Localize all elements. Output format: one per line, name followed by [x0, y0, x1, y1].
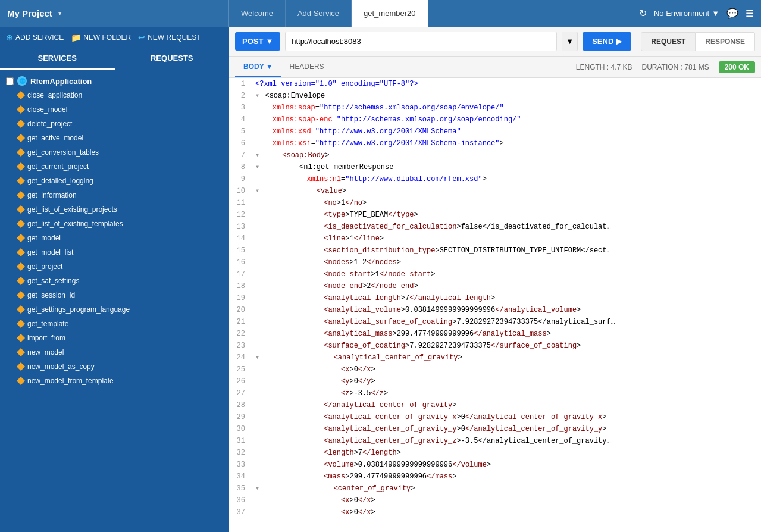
project-name: My Project	[7, 8, 52, 18]
tab-response[interactable]: RESPONSE	[696, 32, 755, 51]
code-line-1: 1<?xml version="1.0" encoding="UTF-8"?>	[229, 78, 761, 90]
line-number: 36	[229, 495, 250, 506]
code-line-12: 12 <type>TYPE_BEAM</type>	[229, 209, 761, 221]
sidebar-item-get_settings_program_language[interactable]: get_settings_program_language	[6, 302, 223, 317]
service-item-label: get_list_of_existing_templates	[27, 220, 123, 228]
diamond-icon	[17, 320, 25, 328]
code-line-34: 34 <mass>299.47749999999996</mass>	[229, 471, 761, 483]
sidebar-item-import_from[interactable]: import_from	[6, 331, 223, 345]
new-folder-button[interactable]: 📁 NEW FOLDER	[71, 33, 131, 42]
method-button[interactable]: POST ▼	[235, 32, 280, 51]
service-item-label: get_template	[27, 320, 68, 328]
line-content: <node_start>1</node_start>	[255, 268, 447, 280]
sidebar-item-get_current_project[interactable]: get_current_project	[6, 159, 223, 174]
collapse-arrow[interactable]: ▾	[255, 151, 264, 159]
line-number: 21	[229, 316, 250, 328]
new-request-button[interactable]: ↩ NEW REQUEST	[138, 33, 201, 42]
add-service-button[interactable]: ⊕ ADD SERVICE	[6, 33, 64, 42]
line-content: ▾ <analytical_center_of_gravity>	[255, 352, 474, 364]
line-content: ▾ <soap:Envelope	[255, 90, 337, 102]
diamond-icon	[17, 248, 25, 256]
sidebar-item-new_model_from_template[interactable]: new_model_from_template	[6, 374, 223, 388]
service-item-label: get_session_id	[27, 291, 75, 299]
environment-selector[interactable]: No Environment ▼	[654, 9, 719, 18]
diamond-icon	[17, 234, 25, 242]
code-line-11: 11 <no>1</no>	[229, 197, 761, 209]
env-label: No Environment	[654, 9, 709, 18]
line-number: 30	[229, 423, 250, 435]
sidebar-tab-services[interactable]: SERVICES	[0, 48, 115, 70]
sidebar-item-get_conversion_tables[interactable]: get_conversion_tables	[6, 145, 223, 159]
code-line-18: 18 <node_end>2</node_end>	[229, 280, 761, 292]
response-stats: LENGTH : 4.7 KB DURATION : 781 MS 200 OK	[576, 61, 755, 73]
line-content: <analytical_mass>299.47749999999996</ana…	[255, 328, 563, 340]
service-group-checkbox[interactable]	[6, 77, 14, 85]
project-section: My Project ▼	[0, 0, 229, 27]
service-item-label: get_detailed_logging	[27, 177, 93, 185]
sidebar-item-get_list_of_existing_templates[interactable]: get_list_of_existing_templates	[6, 217, 223, 231]
project-dropdown-icon[interactable]: ▼	[57, 10, 63, 17]
collapse-arrow[interactable]: ▾	[255, 163, 264, 171]
collapse-arrow[interactable]: ▾	[255, 484, 264, 493]
code-line-22: 22 <analytical_mass>299.47749999999996</…	[229, 328, 761, 340]
sidebar-item-get_detailed_logging[interactable]: get_detailed_logging	[6, 174, 223, 188]
sidebar-item-get_template[interactable]: get_template	[6, 317, 223, 331]
line-content: <type>TYPE_BEAM</type>	[255, 209, 430, 221]
tab-welcome[interactable]: Welcome	[229, 0, 286, 27]
sidebar-item-get_saf_settings[interactable]: get_saf_settings	[6, 274, 223, 288]
chat-icon[interactable]: 💬	[726, 8, 738, 19]
tab-headers[interactable]: HEADERS	[281, 58, 333, 77]
code-line-2: 2▾ <soap:Envelope	[229, 90, 761, 102]
code-line-13: 13 <is_deactivated_for_calculation>false…	[229, 221, 761, 233]
tab-request[interactable]: REQUEST	[641, 32, 696, 51]
sidebar-item-delete_project[interactable]: delete_project	[6, 117, 223, 131]
menu-icon[interactable]: ☰	[746, 8, 754, 19]
collapse-arrow[interactable]: ▾	[255, 187, 264, 195]
service-item-label: get_current_project	[27, 162, 89, 171]
url-dropdown-icon[interactable]: ▼	[562, 32, 578, 51]
code-line-6: 6 xmlns:xsi="http://www.w3.org/2001/XMLS…	[229, 137, 761, 149]
send-button[interactable]: SEND ▶	[583, 32, 631, 51]
duration-stat: DURATION : 781 MS	[642, 63, 709, 71]
line-content: <mass>299.47749999999996</mass>	[255, 471, 468, 483]
refresh-icon[interactable]: ↻	[639, 8, 647, 19]
sidebar-item-get_list_of_existing_projects[interactable]: get_list_of_existing_projects	[6, 202, 223, 217]
code-line-33: 33 <volume>0.03814999999999999996</volum…	[229, 459, 761, 471]
sidebar-item-close_model[interactable]: close_model	[6, 102, 223, 117]
collapse-arrow[interactable]: ▾	[255, 92, 264, 100]
tab-body[interactable]: BODY ▼	[235, 58, 281, 77]
sidebar-item-get_active_model[interactable]: get_active_model	[6, 131, 223, 145]
sidebar-item-close_application[interactable]: close_application	[6, 88, 223, 102]
sidebar-item-get_information[interactable]: get_information	[6, 188, 223, 202]
code-line-25: 25 <x>0</x>	[229, 364, 761, 375]
collapse-arrow[interactable]: ▾	[255, 353, 264, 362]
code-view[interactable]: 1<?xml version="1.0" encoding="UTF-8"?>2…	[229, 78, 761, 532]
sidebar-item-get_session_id[interactable]: get_session_id	[6, 288, 223, 302]
tab-add-service[interactable]: Add Service	[286, 0, 352, 27]
code-line-31: 31 <analytical_center_of_gravity_z>-3.5<…	[229, 435, 761, 447]
sidebar-item-get_model_list[interactable]: get_model_list	[6, 245, 223, 259]
sidebar-item-new_model_as_copy[interactable]: new_model_as_copy	[6, 359, 223, 374]
service-item-label: get_model_list	[27, 248, 73, 256]
line-content: <x>0</x>	[255, 364, 387, 375]
status-badge: 200 OK	[719, 61, 755, 73]
line-number: 10	[229, 185, 250, 197]
sidebar-item-get_project[interactable]: get_project	[6, 259, 223, 274]
tab-get-member20[interactable]: get_member20	[352, 0, 428, 27]
request-icon: ↩	[138, 33, 145, 42]
line-content: <analytical_center_of_gravity_y>0</analy…	[255, 423, 619, 435]
line-number: 12	[229, 209, 250, 221]
service-item-label: close_application	[27, 91, 82, 99]
line-content: ▾ <value>	[255, 185, 358, 197]
code-line-20: 20 <analytical_volume>0.0381499999999999…	[229, 304, 761, 316]
diamond-icon	[17, 177, 25, 185]
code-line-19: 19 <analytical_length>7</analytical_leng…	[229, 292, 761, 304]
sidebar-item-new_model[interactable]: new_model	[6, 345, 223, 359]
folder-icon: 📁	[71, 33, 81, 42]
diamond-icon	[17, 120, 25, 128]
line-number: 16	[229, 256, 250, 268]
line-content: ▾ <n1:get_memberResponse	[255, 161, 405, 173]
sidebar-tab-requests[interactable]: REQUESTS	[115, 48, 230, 70]
sidebar-item-get_model[interactable]: get_model	[6, 231, 223, 245]
url-input[interactable]	[285, 32, 557, 51]
